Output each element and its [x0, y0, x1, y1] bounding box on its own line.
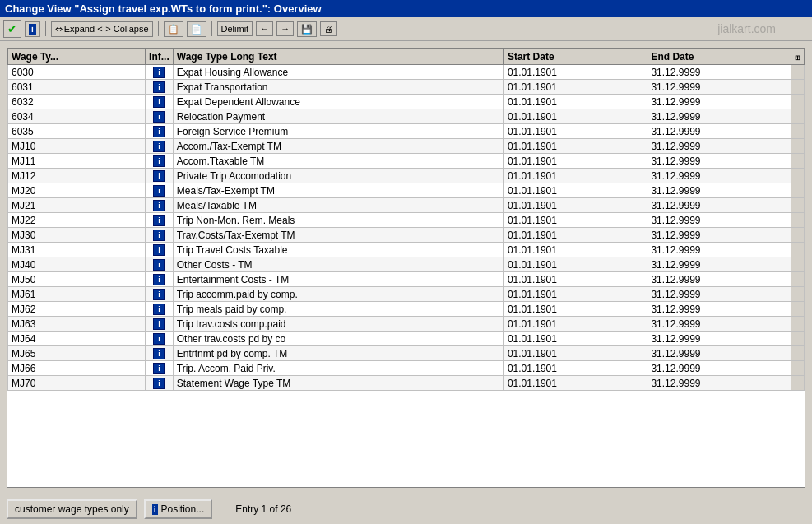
info-row-icon[interactable]: i	[153, 304, 165, 315]
table-row[interactable]: 6031iExpat Transportation01.01.190131.12…	[8, 80, 805, 95]
col-header-resize[interactable]: ⊞	[791, 49, 805, 65]
cell-long-text: Entertainment Costs - TM	[173, 272, 503, 287]
info-row-icon[interactable]: i	[153, 348, 165, 359]
info-row-icon[interactable]: i	[153, 318, 165, 330]
table-row[interactable]: MJ65iEntrtnmt pd by comp. TM01.01.190131…	[8, 346, 805, 361]
cell-end-date: 31.12.9999	[647, 124, 791, 139]
cell-info[interactable]: i	[146, 228, 174, 243]
table-row[interactable]: MJ10iAccom./Tax-Exempt TM01.01.190131.12…	[8, 139, 805, 154]
cell-long-text: Other trav.costs pd by co	[173, 332, 503, 346]
position-button[interactable]: i Position...	[144, 499, 212, 519]
expand-collapse-button[interactable]: ⇔ Expand <-> Collapse	[51, 21, 153, 37]
info-row-icon[interactable]: i	[153, 230, 165, 241]
cell-info[interactable]: i	[146, 243, 174, 257]
cell-info[interactable]: i	[146, 139, 174, 154]
cell-info[interactable]: i	[146, 287, 174, 302]
cell-info[interactable]: i	[146, 183, 174, 198]
nav-forward-icon: →	[281, 24, 290, 34]
cell-long-text: Trav.Costs/Tax-Exempt TM	[173, 228, 503, 243]
table-row[interactable]: 6030iExpat Housing Allowance01.01.190131…	[8, 65, 805, 80]
info-row-icon[interactable]: i	[153, 289, 165, 300]
info-row-icon[interactable]: i	[153, 378, 165, 389]
info-row-icon[interactable]: i	[153, 259, 165, 271]
table-row[interactable]: MJ21iMeals/Taxable TM01.01.190131.12.999…	[8, 198, 805, 213]
table-row[interactable]: 6032iExpat Dependent Allowance01.01.1901…	[8, 95, 805, 109]
table-row[interactable]: MJ70iStatement Wage Type TM01.01.190131.…	[8, 376, 805, 391]
nav-forward-button[interactable]: →	[276, 21, 294, 36]
info-row-icon[interactable]: i	[153, 215, 165, 226]
table-row[interactable]: MJ20iMeals/Tax-Exempt TM01.01.190131.12.…	[8, 183, 805, 198]
window-title: Change View "Assign travel exp.WTs to fo…	[5, 2, 322, 15]
table-row[interactable]: MJ64iOther trav.costs pd by co01.01.1901…	[8, 332, 805, 346]
table-row[interactable]: MJ11iAccom.Ttaxable TM01.01.190131.12.99…	[8, 154, 805, 169]
table-row[interactable]: 6035iForeign Service Premium01.01.190131…	[8, 124, 805, 139]
info-button[interactable]: i	[25, 21, 40, 37]
info-row-icon[interactable]: i	[153, 155, 165, 167]
cell-info[interactable]: i	[146, 317, 174, 332]
info-row-icon[interactable]: i	[153, 96, 165, 108]
table-wrapper[interactable]: Wage Ty... Inf... Wage Type Long Text St…	[7, 49, 805, 487]
info-row-icon[interactable]: i	[153, 170, 165, 182]
cell-info[interactable]: i	[146, 213, 174, 228]
print-button[interactable]: 🖨	[320, 21, 337, 36]
cell-info[interactable]: i	[146, 376, 174, 391]
cell-info[interactable]: i	[146, 332, 174, 346]
info-row-icon[interactable]: i	[153, 200, 165, 211]
expand-collapse-label: Expand <-> Collapse	[64, 24, 149, 34]
cell-end-date: 31.12.9999	[647, 361, 791, 376]
main-content: Wage Ty... Inf... Wage Type Long Text St…	[0, 41, 812, 494]
checkmark-icon: ✔	[7, 22, 17, 35]
save-button[interactable]: 💾	[297, 21, 317, 37]
entry-count: Entry 1 of 26	[235, 503, 291, 515]
cell-info[interactable]: i	[146, 257, 174, 272]
info-row-icon[interactable]: i	[153, 363, 165, 374]
table-row[interactable]: MJ40iOther Costs - TM01.01.190131.12.999…	[8, 257, 805, 272]
customer-wage-types-button[interactable]: customer wage types only	[7, 499, 137, 519]
cell-long-text: Foreign Service Premium	[173, 124, 503, 139]
table-row[interactable]: MJ66iTrip. Accom. Paid Priv.01.01.190131…	[8, 361, 805, 376]
table-row[interactable]: MJ50iEntertainment Costs - TM01.01.19013…	[8, 272, 805, 287]
cell-info[interactable]: i	[146, 361, 174, 376]
table-row[interactable]: MJ61iTrip accomm.paid by comp.01.01.1901…	[8, 287, 805, 302]
table-row[interactable]: MJ30iTrav.Costs/Tax-Exempt TM01.01.19013…	[8, 228, 805, 243]
copy-doc-button[interactable]: 📋	[164, 21, 183, 37]
cell-info[interactable]: i	[146, 109, 174, 124]
table-row[interactable]: MJ62iTrip meals paid by comp.01.01.19013…	[8, 302, 805, 317]
info-row-icon[interactable]: i	[153, 185, 165, 197]
nav-back-button[interactable]: ←	[256, 21, 273, 36]
cell-info[interactable]: i	[146, 198, 174, 213]
cell-start-date: 01.01.1901	[503, 213, 647, 228]
separator-2	[158, 21, 159, 36]
delimit-button[interactable]: Delimit	[217, 21, 253, 36]
info-row-icon[interactable]: i	[153, 111, 165, 123]
info-row-icon[interactable]: i	[153, 333, 165, 345]
cell-end-date: 31.12.9999	[647, 287, 791, 302]
cell-info[interactable]: i	[146, 65, 174, 80]
copy-doc-icon: 📋	[168, 24, 179, 35]
cell-info[interactable]: i	[146, 95, 174, 109]
cell-info[interactable]: i	[146, 346, 174, 361]
info-row-icon[interactable]: i	[153, 67, 165, 78]
info-row-icon[interactable]: i	[153, 126, 165, 137]
cell-long-text: Entrtnmt pd by comp. TM	[173, 346, 503, 361]
info-row-icon[interactable]: i	[153, 81, 165, 93]
cell-info[interactable]: i	[146, 272, 174, 287]
cell-info[interactable]: i	[146, 124, 174, 139]
table-row[interactable]: MJ31iTrip Travel Costs Taxable01.01.1901…	[8, 243, 805, 257]
checkmark-button[interactable]: ✔	[3, 20, 21, 38]
table-row[interactable]: MJ12iPrivate Trip Accomodation01.01.1901…	[8, 169, 805, 183]
col-header-info: Inf...	[146, 49, 174, 65]
cell-info[interactable]: i	[146, 302, 174, 317]
paste-doc-button[interactable]: 📄	[187, 21, 206, 37]
cell-info[interactable]: i	[146, 169, 174, 183]
cell-long-text: Relocation Payment	[173, 109, 503, 124]
cell-info[interactable]: i	[146, 80, 174, 95]
info-row-icon[interactable]: i	[153, 274, 165, 285]
table-row[interactable]: MJ63iTrip trav.costs comp.paid01.01.1901…	[8, 317, 805, 332]
table-row[interactable]: MJ22iTrip Non-Mon. Rem. Meals01.01.19013…	[8, 213, 805, 228]
cell-info[interactable]: i	[146, 154, 174, 169]
info-row-icon[interactable]: i	[153, 141, 165, 152]
info-row-icon[interactable]: i	[153, 244, 165, 256]
customer-wage-types-label: customer wage types only	[15, 503, 129, 515]
table-row[interactable]: 6034iRelocation Payment01.01.190131.12.9…	[8, 109, 805, 124]
